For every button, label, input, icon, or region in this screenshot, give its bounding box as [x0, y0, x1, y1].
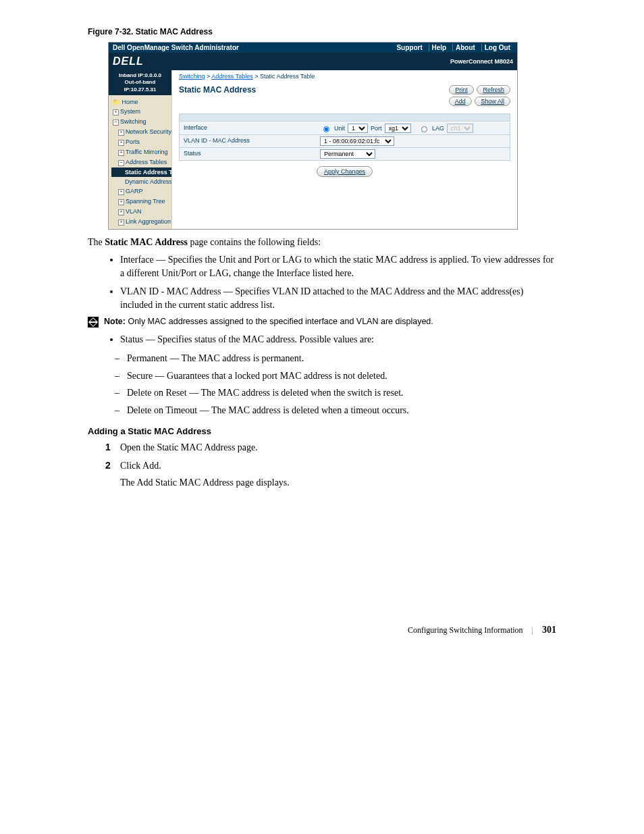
tree-home[interactable]: 📁 Home	[111, 97, 171, 107]
vlan-row: VLAN ID - MAC Address 1 - 08:00:69:02:01…	[179, 135, 510, 148]
tree-ports[interactable]: +Ports	[111, 137, 171, 147]
breadcrumb: Switching > Address Tables > Static Addr…	[172, 70, 517, 82]
section-separator	[179, 113, 510, 122]
header-links: Support Help About Log Out	[392, 44, 513, 51]
bullet-interface: Interface — Specifies the Unit and Port …	[120, 253, 556, 280]
interface-row: Interface Unit 1 Port xg1 LAG ch1	[179, 122, 510, 135]
vlan-mac-select[interactable]: 1 - 08:00:69:02:01:fc	[320, 136, 394, 146]
window-title: Dell OpenManage Switch Administrator	[113, 44, 239, 51]
port-label: Port	[371, 125, 382, 132]
interface-label: Interface	[180, 122, 316, 134]
tree-dynamic-address-table[interactable]: Dynamic Address T	[111, 177, 171, 186]
refresh-button[interactable]: Refresh	[477, 85, 510, 95]
breadcrumb-switching[interactable]: Switching	[179, 73, 205, 80]
help-link[interactable]: Help	[429, 44, 450, 51]
tree-spanning-tree[interactable]: +Spanning Tree	[111, 197, 171, 207]
sub-timeout: Delete on Timeout — The MAC address is d…	[127, 404, 556, 417]
tree-vlan[interactable]: +VLAN	[111, 207, 171, 217]
tree-switching[interactable]: −Switching	[111, 117, 171, 127]
bullet-vlan: VLAN ID - MAC Address — Specifies VLAN I…	[120, 285, 556, 311]
tree-link-aggregation[interactable]: +Link Aggregation	[111, 217, 171, 227]
about-link[interactable]: About	[452, 44, 478, 51]
apply-changes-button[interactable]: Apply Changes	[317, 166, 373, 177]
logout-link[interactable]: Log Out	[481, 44, 513, 51]
unit-label: Unit	[334, 125, 345, 132]
tree-garp[interactable]: +GARP	[111, 186, 171, 197]
tree-network-security[interactable]: +Network Security	[111, 127, 171, 137]
lag-select: ch1	[447, 124, 473, 133]
window-titlebar: Dell OpenManage Switch Administrator Sup…	[109, 43, 517, 53]
page-number: 301	[542, 625, 556, 635]
device-model: PowerConnect M8024	[450, 58, 513, 65]
brand-bar: DELL PowerConnect M8024	[109, 53, 517, 70]
sub-permanent: Permanent — The MAC address is permanent…	[127, 352, 556, 365]
intro-text: The Static MAC Address page contains the…	[88, 236, 556, 249]
port-select[interactable]: xg1	[385, 124, 411, 133]
status-label: Status	[180, 148, 316, 160]
figure-caption: Figure 7-32. Static MAC Address	[88, 27, 556, 36]
unit-radio[interactable]	[323, 126, 329, 132]
tree-address-tables[interactable]: −Address Tables	[111, 157, 171, 167]
dell-logo: DELL	[113, 55, 144, 68]
support-link[interactable]: Support	[394, 44, 425, 51]
unit-select[interactable]: 1	[348, 124, 368, 133]
tree-static-address-table[interactable]: Static Address Tab	[111, 167, 171, 177]
tree-system[interactable]: +System	[111, 107, 171, 117]
outband-ip: Out-of-band IP:10.27.5.31	[110, 79, 170, 93]
step-1: Open the Static MAC Address page.	[120, 440, 556, 454]
vlan-mac-label: VLAN ID - MAC Address	[180, 135, 316, 147]
sub-secure: Secure — Guarantees that a locked port M…	[127, 369, 556, 383]
note: Note: Only MAC addresses assigned to the…	[88, 317, 556, 328]
bullet-status: Status — Specifies status of the MAC add…	[120, 333, 556, 346]
add-button[interactable]: Add	[449, 97, 472, 106]
print-button[interactable]: Print	[449, 85, 474, 95]
step-2: Click Add. The Add Static MAC Address pa…	[120, 459, 556, 490]
breadcrumb-address-tables[interactable]: Address Tables	[211, 73, 252, 80]
sub-reset: Delete on Reset — The MAC address is del…	[127, 386, 556, 400]
page-footer: Configuring Switching Information | 301	[88, 625, 556, 635]
show-all-button[interactable]: Show All	[475, 97, 510, 106]
nav-sidebar: Inband IP:0.0.0.0 Out-of-band IP:10.27.5…	[109, 70, 172, 229]
footer-title: Configuring Switching Information	[408, 625, 523, 635]
ip-info: Inband IP:0.0.0.0 Out-of-band IP:10.27.5…	[109, 70, 171, 95]
page-title: Static MAC Address	[179, 85, 256, 95]
status-select[interactable]: Permanent	[320, 149, 375, 159]
lag-radio[interactable]	[421, 126, 427, 132]
tree-traffic-mirroring[interactable]: +Traffic Mirroring	[111, 147, 171, 157]
main-panel: Switching > Address Tables > Static Addr…	[172, 70, 517, 229]
note-icon	[88, 317, 99, 328]
lag-label: LAG	[432, 125, 444, 132]
section-heading: Adding a Static MAC Address	[88, 426, 556, 436]
status-row: Status Permanent	[179, 148, 510, 161]
admin-screenshot: Dell OpenManage Switch Administrator Sup…	[108, 42, 518, 230]
inband-ip: Inband IP:0.0.0.0	[110, 72, 170, 79]
